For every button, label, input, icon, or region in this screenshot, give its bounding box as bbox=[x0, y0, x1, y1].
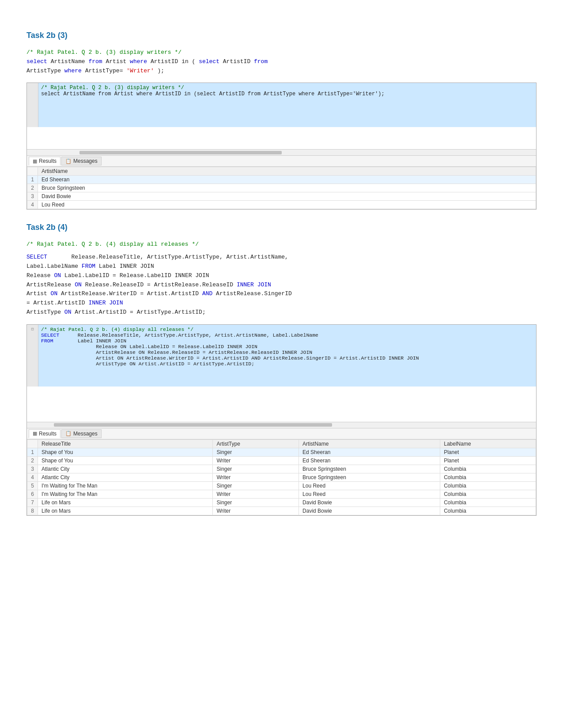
table-header-row: ArtistName bbox=[27, 167, 536, 176]
cell-labelname: Columbia bbox=[440, 498, 536, 507]
results-icon-4: ▦ bbox=[33, 431, 37, 436]
row-num: 3 bbox=[27, 465, 38, 473]
editor-line-2: select ArtistName from Artist where Arti… bbox=[41, 91, 533, 97]
kw-select2: select bbox=[199, 58, 219, 65]
cell-artisttype: Singer bbox=[213, 465, 299, 473]
editor-line-4-6: Artist ON ArtistRelease.WriterID = Artis… bbox=[41, 355, 533, 361]
cell-labelname: Columbia bbox=[440, 507, 536, 515]
editor-line-4-2: SELECT Release.ReleaseTitle, ArtistType.… bbox=[41, 332, 533, 338]
horizontal-scrollbar[interactable] bbox=[27, 149, 536, 155]
cell-artistname: David Bowie bbox=[38, 192, 536, 201]
tab-results-2b3[interactable]: ▦ Results bbox=[29, 157, 60, 165]
comment-line: /* Rajat Patel. Q 2 b. (3) display write… bbox=[26, 49, 181, 56]
cell-artistname: Ed Sheeran bbox=[38, 176, 536, 184]
cell-labelname: Columbia bbox=[440, 490, 536, 498]
table-row: 5I'm Waiting for The ManSingerLou ReedCo… bbox=[27, 481, 536, 490]
cell-artistname: Lou Reed bbox=[299, 481, 440, 490]
task-2b-3-title: Task 2b (3) bbox=[26, 31, 537, 40]
cell-releasetitle: Atlantic City bbox=[38, 473, 213, 481]
tab-messages-2b4[interactable]: 📋 Messages bbox=[61, 429, 102, 438]
table-row: 4Atlantic CityWriterBruce SpringsteenCol… bbox=[27, 473, 536, 481]
kw-where2: where bbox=[64, 68, 82, 74]
sql-editor-2b3: /* Rajat Patel. Q 2 b. (3) display write… bbox=[26, 83, 537, 210]
line-numbers-4: ⊟ bbox=[27, 325, 38, 387]
kw-from-4: FROM bbox=[82, 263, 95, 270]
row-num: 4 bbox=[27, 201, 38, 209]
col-releasetitle-header: ReleaseTitle bbox=[38, 439, 213, 448]
code-text: ArtistType bbox=[26, 68, 64, 74]
cell-artistname: Ed Sheeran bbox=[299, 448, 440, 456]
horizontal-scrollbar-4[interactable] bbox=[27, 422, 536, 428]
cell-artistname: Lou Reed bbox=[299, 490, 440, 498]
editor-line-4-1: /* Rajat Patel. Q 2 b. (4) display all r… bbox=[41, 326, 533, 332]
table-row: 2Bruce Springsteen bbox=[27, 184, 536, 192]
cell-artistname: David Bowie bbox=[299, 498, 440, 507]
row-num: 2 bbox=[27, 184, 38, 192]
results-icon: ▦ bbox=[33, 158, 37, 164]
editor-highlighted-content[interactable]: /* Rajat Patel. Q 2 b. (3) display write… bbox=[38, 83, 536, 127]
tab-messages-label-4: Messages bbox=[73, 431, 98, 437]
cell-artistname: Bruce Springsteen bbox=[38, 184, 536, 192]
tab-results-label-4: Results bbox=[39, 431, 57, 437]
row-num: 7 bbox=[27, 498, 38, 507]
kw-innerjoin-2: INNER JOIN bbox=[88, 300, 123, 306]
tab-results-label: Results bbox=[39, 158, 57, 164]
scrollbar-thumb bbox=[79, 151, 282, 154]
editor-line-4-5: ArtistRelease ON Release.ReleaseID = Art… bbox=[41, 349, 533, 355]
results-table-container-2b4: ReleaseTitle ArtistType ArtistName Label… bbox=[27, 439, 536, 515]
cell-labelname: Columbia bbox=[440, 481, 536, 490]
code-text: Release.ReleaseID = ArtistRelease.Releas… bbox=[85, 281, 237, 288]
kw-on-4: ON bbox=[64, 309, 72, 315]
editor-empty-area bbox=[27, 127, 536, 149]
kw-from2: from bbox=[254, 58, 268, 65]
tab-results-2b4[interactable]: ▦ Results bbox=[29, 429, 60, 438]
cell-artistname: Bruce Springsteen bbox=[299, 465, 440, 473]
code-text: Artist.ArtistID = ArtistType.ArtistID; bbox=[75, 309, 205, 315]
code-text: ); bbox=[158, 68, 165, 74]
code-text: ArtistType bbox=[26, 309, 64, 315]
results-table-2b4: ReleaseTitle ArtistType ArtistName Label… bbox=[27, 439, 536, 515]
cell-releasetitle: Life on Mars bbox=[38, 498, 213, 507]
col-num-header-4 bbox=[27, 439, 38, 448]
cell-artisttype: Writer bbox=[213, 456, 299, 465]
code-text: Release bbox=[26, 272, 54, 279]
line-numbers bbox=[27, 83, 38, 127]
row-num: 5 bbox=[27, 481, 38, 490]
cell-labelname: Columbia bbox=[440, 465, 536, 473]
row-num: 4 bbox=[27, 473, 38, 481]
kw-and-1: AND bbox=[202, 290, 212, 297]
table-row: 7Life on MarsSingerDavid BowieColumbia bbox=[27, 498, 536, 507]
code-text: ArtistName bbox=[51, 58, 89, 65]
table-header-row-4: ReleaseTitle ArtistType ArtistName Label… bbox=[27, 439, 536, 448]
row-num: 1 bbox=[27, 448, 38, 456]
cell-releasetitle: Atlantic City bbox=[38, 465, 213, 473]
editor-content-area: /* Rajat Patel. Q 2 b. (3) display write… bbox=[27, 83, 536, 155]
code-text: ArtistRelease.SingerID bbox=[216, 290, 292, 297]
row-num: 2 bbox=[27, 456, 38, 465]
code-text: Artist bbox=[106, 58, 130, 65]
cell-releasetitle: Shape of You bbox=[38, 456, 213, 465]
task-2b-4-code: /* Rajat Patel. Q 2 b. (4) display all r… bbox=[26, 240, 537, 317]
cell-artistname: Bruce Springsteen bbox=[299, 473, 440, 481]
table-row: 6I'm Waiting for The ManWriterLou ReedCo… bbox=[27, 490, 536, 498]
editor-highlighted-content-4[interactable]: /* Rajat Patel. Q 2 b. (4) display all r… bbox=[38, 325, 536, 387]
cell-artistname: Ed Sheeran bbox=[299, 456, 440, 465]
editor-line-4-7: ArtistType ON Artist.ArtistID = ArtistTy… bbox=[41, 361, 533, 367]
col-artistname-header: ArtistName bbox=[38, 167, 536, 176]
cell-artisttype: Writer bbox=[213, 507, 299, 515]
task-2b-3-code: /* Rajat Patel. Q 2 b. (3) display write… bbox=[26, 48, 537, 75]
results-tabs-2b4: ▦ Results 📋 Messages bbox=[27, 428, 536, 439]
kw-on-2: ON bbox=[75, 281, 82, 288]
cell-releasetitle: Shape of You bbox=[38, 448, 213, 456]
tab-messages-2b3[interactable]: 📋 Messages bbox=[61, 157, 102, 165]
cell-artisttype: Singer bbox=[213, 498, 299, 507]
cell-artisttype: Singer bbox=[213, 481, 299, 490]
code-text: Label.LabelName bbox=[26, 263, 82, 270]
kw-on-1: ON bbox=[54, 272, 61, 279]
editor-empty-area-4 bbox=[27, 387, 536, 422]
cell-releasetitle: I'm Waiting for The Man bbox=[38, 490, 213, 498]
code-text: ArtistRelease.WriterID = Artist.ArtistID bbox=[61, 290, 202, 297]
table-row: 1Ed Sheeran bbox=[27, 176, 536, 184]
task-2b-4-section: Task 2b (4) /* Rajat Patel. Q 2 b. (4) d… bbox=[26, 223, 537, 515]
kw-from: from bbox=[88, 58, 102, 65]
